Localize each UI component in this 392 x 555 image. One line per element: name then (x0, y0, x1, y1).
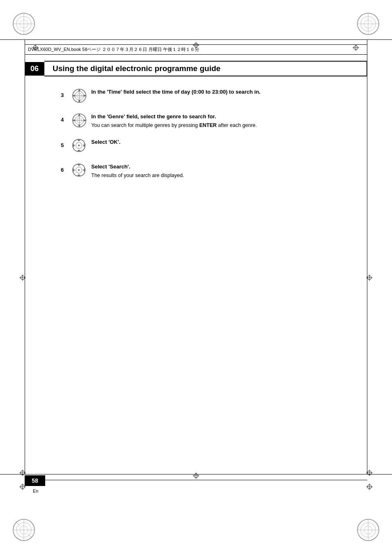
rule-bottom-2 (25, 480, 367, 480)
step-4-icon (71, 113, 87, 128)
step-3-text: In the 'Time' field select the time of d… (91, 86, 351, 96)
crosshair-pagenumber-left (19, 484, 26, 490)
step-4-number: 4 (61, 117, 67, 123)
svg-line-18 (28, 534, 32, 538)
corner-decoration-br (356, 518, 380, 543)
step-4-normal-text: You can search for multiple genres by pr… (91, 122, 351, 129)
chapter-title: Using the digital electronic programme g… (44, 61, 367, 76)
chapter-number: 06 (25, 62, 44, 76)
crosshair-bottom-center (193, 472, 199, 479)
header-file-info: DVRLX60D_WV_EN.book 58ページ ２００７年３月２６日 月曜日… (28, 46, 199, 53)
crosshair-top-center (193, 42, 199, 48)
page: DVRLX60D_WV_EN.book 58ページ ２００７年３月２６日 月曜日… (0, 0, 392, 555)
svg-line-17 (16, 522, 20, 526)
rule-left (25, 39, 25, 474)
chapter-heading: 06 Using the digital electronic programm… (25, 61, 367, 76)
crosshair-left-mid (19, 274, 26, 281)
step-4: 4 In the 'Genre' field, select the genre… (61, 111, 351, 129)
step-5-number: 5 (61, 142, 67, 148)
step-5-bold-text: Select 'OK'. (91, 138, 351, 146)
step-4-bold-text: In the 'Genre' field, select the genre t… (91, 113, 351, 121)
corner-decoration-bl (12, 518, 36, 543)
step-5-icon (71, 138, 87, 154)
step-6-text: Select 'Search'. The results of your sea… (91, 161, 351, 179)
svg-point-52 (78, 145, 80, 146)
step-3-number: 3 (61, 92, 67, 98)
step-6-bold-text: Select 'Search'. (91, 163, 351, 171)
step-4-text: In the 'Genre' field, select the genre t… (91, 111, 351, 129)
corner-decoration-tl (12, 12, 36, 37)
step-6-number: 6 (61, 167, 67, 173)
crosshair-right-mid (366, 274, 373, 281)
corner-decoration-tr (356, 12, 380, 37)
page-number: 58 (32, 477, 38, 484)
crosshair-header-tr (353, 44, 359, 51)
step-3-icon (71, 88, 87, 104)
step-3-bold-text: In the 'Time' field select the time of d… (91, 88, 351, 96)
content-area: 3 In the 'Time' field select the time of… (61, 86, 351, 187)
svg-point-59 (78, 169, 80, 171)
crosshair-pagenumber-right (366, 484, 373, 490)
rule-top (0, 39, 392, 40)
page-number-box: 58 (25, 475, 45, 486)
step-5: 5 (61, 136, 351, 154)
step-6-normal-text: The results of your search are displayed… (91, 172, 351, 180)
page-lang: En (33, 488, 38, 493)
step-5-text: Select 'OK'. (91, 136, 351, 146)
step-6-icon (71, 163, 87, 178)
crosshair-bottom-right (366, 470, 373, 476)
step-3: 3 In the 'Time' field select the time of… (61, 86, 351, 104)
step-6: 6 Select 'Search'. The r (61, 161, 351, 179)
enter-keyword: ENTER (199, 122, 217, 128)
rule-right (367, 39, 367, 474)
